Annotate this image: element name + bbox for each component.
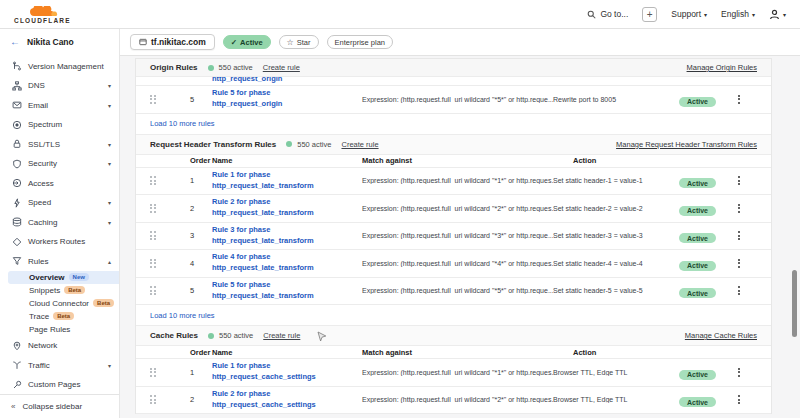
website-icon [139,38,147,46]
drag-handle-icon[interactable] [150,259,156,268]
search-icon [587,10,596,19]
active-count: 550 active [219,63,253,72]
sidebar-item-dns[interactable]: DNS ▾ [0,76,119,96]
sidebar-item-trace[interactable]: Trace Beta [0,310,119,323]
cloudflare-dashboard: CLOUDFLARE Go to... + Support ▾ English … [0,0,800,418]
table-column-header: Order Name Match against Action [136,155,771,168]
drag-handle-icon[interactable] [150,368,156,377]
manage-request-header-transform-rules-link[interactable]: Manage Request Header Transform Rules [616,140,757,149]
rule-name-link[interactable]: Rule 1 for phasehttp_request_late_transf… [212,170,362,192]
status-badge: Active [679,206,716,216]
language-menu[interactable]: English ▾ [721,9,755,19]
zone-selector[interactable]: tf.nikitac.com [130,34,215,50]
cloudflare-logo[interactable]: CLOUDFLARE [14,6,71,25]
rule-name-link[interactable]: Rule 4 for phasehttp_request_late_transf… [212,252,362,274]
sidebar-item-overview[interactable]: Overview New [8,271,119,284]
manage-origin-rules-link[interactable]: Manage Origin Rules [687,63,757,72]
status-badge: Active [679,233,716,243]
account-header[interactable]: ← Nikita Cano [0,29,119,54]
drag-handle-icon[interactable] [150,231,156,240]
collapse-sidebar-button[interactable]: « Collapse sidebar [0,394,119,418]
rule-name-link[interactable]: Rule 2 for phasehttp_request_cache_setti… [212,389,362,411]
sidebar-item-custom-pages[interactable]: Custom Pages [0,375,119,395]
beta-badge: Beta [93,299,114,307]
create-rule-link[interactable]: Create rule [341,140,378,149]
drag-handle-icon[interactable] [150,395,156,404]
star-button[interactable]: ☆ Star [279,35,319,49]
rule-action: Browser TTL, Edge TTL [553,396,679,403]
sidebar-item-snippets[interactable]: Snippets Beta [0,284,119,297]
account-menu[interactable]: ▾ [769,9,786,20]
origin-rules-header: Origin Rules 550 active Create rule Mana… [136,59,771,77]
rule-name-link[interactable]: Rule 1 for phasehttp_request_cache_setti… [212,361,362,383]
rule-expression: Expression: (http.request.full_uri wildc… [362,369,553,376]
new-badge: New [69,273,89,281]
kebab-menu-button[interactable] [729,395,749,404]
manage-cache-rules-link[interactable]: Manage Cache Rules [685,331,757,340]
drag-handle-icon[interactable] [150,176,156,185]
drag-handle-icon[interactable] [150,286,156,295]
table-row: 2 Rule 2 for phasehttp_request_late_tran… [136,195,771,223]
sidebar-item-ssl-tls[interactable]: SSL/TLS ▾ [0,134,119,154]
zone-domain: tf.nikitac.com [151,37,206,47]
chevron-up-icon: ▴ [108,258,111,265]
sidebar-item-access[interactable]: Access [0,173,119,193]
kebab-menu-button[interactable] [729,204,749,213]
wrench-icon [11,379,22,390]
sidebar-item-caching[interactable]: Caching ▾ [0,212,119,232]
rule-order: 2 [178,204,212,213]
check-icon: ✓ [231,38,237,47]
drag-handle-icon[interactable] [150,204,156,213]
kebab-menu-button[interactable] [729,231,749,240]
sidebar-item-rules[interactable]: Rules ▴ [0,251,119,271]
sidebar-item-network[interactable]: Network [0,336,119,356]
chevron-down-icon: ▾ [108,82,111,89]
kebab-menu-button[interactable] [729,286,749,295]
email-icon [11,100,22,111]
sidebar-item-cloud-connector[interactable]: Cloud Connector Beta [0,297,119,310]
add-button[interactable]: + [642,7,657,22]
load-more-request-header-transform-rules[interactable]: Load 10 more rules [136,305,771,326]
database-icon [11,217,22,228]
sidebar-item-security[interactable]: Security ▾ [0,154,119,174]
rule-name-link[interactable]: Rule 5 for phasehttp_request_late_transf… [212,280,362,302]
sidebar-item-speed[interactable]: Speed ▾ [0,193,119,213]
rule-name-link[interactable]: Rule 2 for phasehttp_request_late_transf… [212,197,362,219]
table-row: 1 Rule 1 for phasehttp_request_late_tran… [136,168,771,196]
collapse-icon: « [11,402,15,411]
back-arrow-icon[interactable]: ← [10,36,20,47]
sidebar-item-email[interactable]: Email ▾ [0,95,119,115]
rule-expression: Expression: (http.request.full_uri wildc… [362,205,553,212]
kebab-menu-button[interactable] [729,368,749,377]
sidebar-item-workers-routes[interactable]: Workers Routes [0,232,119,252]
rule-name-link[interactable]: Rule 3 for phasehttp_request_late_transf… [212,225,362,247]
access-icon [11,178,22,189]
user-icon [769,9,780,20]
lock-icon [11,139,22,150]
load-more-origin-rules[interactable]: Load 10 more rules [136,114,771,135]
kebab-menu-button[interactable] [729,259,749,268]
sidebar-nav: Version Management DNS ▾ Email ▾ Spectru… [0,54,119,394]
drag-handle-icon[interactable] [150,95,156,104]
top-navbar: CLOUDFLARE Go to... + Support ▾ English … [0,0,800,29]
rule-name-link[interactable]: http_request_origin [212,77,771,83]
rules-card: Origin Rules 550 active Create rule Mana… [135,58,772,414]
rule-order: 1 [178,176,212,185]
vertical-scrollbar-thumb[interactable] [792,270,797,337]
create-rule-link[interactable]: Create rule [263,331,300,340]
kebab-menu-button[interactable] [729,176,749,185]
sidebar-item-traffic[interactable]: Traffic ▾ [0,355,119,375]
rule-action: Set static header-2 = value-2 [553,205,679,212]
kebab-menu-button[interactable] [729,95,749,104]
sidebar-item-spectrum[interactable]: Spectrum [0,115,119,135]
create-rule-link[interactable]: Create rule [263,63,300,72]
sidebar-item-version-management[interactable]: Version Management [0,56,119,76]
rule-name-link[interactable]: Rule 5 for phasehttp_request_origin [212,88,362,110]
support-menu[interactable]: Support ▾ [671,9,707,19]
rule-order: 3 [178,231,212,240]
shield-icon [11,158,22,169]
goto-search[interactable]: Go to... [587,9,628,19]
sidebar-item-page-rules[interactable]: Page Rules [0,323,119,336]
rule-order: 4 [178,259,212,268]
rules-scroll-area[interactable]: Origin Rules 550 active Create rule Mana… [120,56,800,418]
